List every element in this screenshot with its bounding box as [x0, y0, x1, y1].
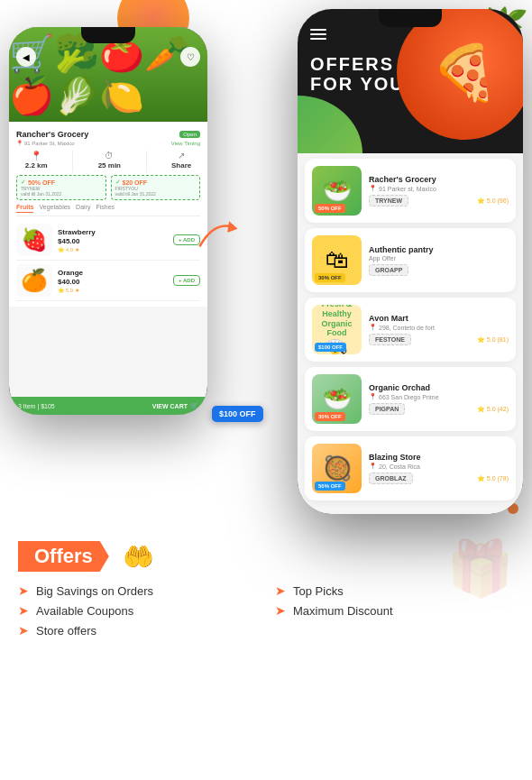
feature-label-big-savings: Big Savings on Orders [36, 584, 153, 598]
feature-store-offers: ➤ Store offers [18, 623, 257, 638]
coupon-2-validity: valid till Jan 31,2022 [115, 191, 197, 197]
product-name-strawberry: Strawberry [58, 228, 168, 236]
offer-badge-rachers: 50% OFF [315, 204, 345, 213]
phone-notch-right [379, 9, 442, 27]
location-icon: 📍 [16, 140, 23, 146]
store-status-badge: Open [179, 131, 200, 138]
offer-store-blazing: Blazing Store [369, 453, 509, 462]
product-emoji-strawberry: 🍓 [16, 224, 52, 256]
distance-icon: 📍 [31, 151, 41, 161]
coupon-1-pct: 50% OFF [28, 179, 55, 186]
view-cart-label: VIEW CART [152, 403, 188, 409]
offer-info-organic: Organic Orchad 📍 663 San Diego Prime PIG… [369, 383, 509, 415]
offer-address-organic: 📍 663 San Diego Prime [369, 393, 509, 400]
offer-address-blazing: 📍 20, Costa Rica [369, 463, 509, 470]
offer-store-rachers: Racher's Grocery [369, 175, 509, 184]
share-item[interactable]: ↗ Share [171, 151, 191, 172]
offer-card-rachers[interactable]: 🥗 50% OFF Racher's Grocery 📍 91 Parker s… [305, 159, 516, 223]
offer-badge-blazing: 50% OFF [315, 482, 345, 491]
product-name-orange: Orange [58, 269, 168, 277]
feature-big-savings: ➤ Big Savings on Orders [18, 583, 257, 598]
cart-info: 3 Item | $105 [18, 403, 55, 409]
coupon-1[interactable]: ✓ 50% OFF TRYNEW valid till Jan 31,2022 [16, 175, 106, 200]
left-phone: 🛒🥦🍅🥕🍎🥬🍋 ◀ ♡ Rancher's Grocery Open 📍 91 … [9, 27, 207, 415]
cart-items: 3 Item | $105 [18, 403, 55, 409]
arrow-icon-store-offers: ➤ [18, 623, 29, 638]
left-phone-content: Rancher's Grocery Open 📍 91 Parker St, M… [9, 122, 207, 307]
offer-store-pantry: Authentic pantry [369, 245, 509, 254]
feature-label-store-offers: Store offers [36, 624, 96, 638]
promo-code-blazing[interactable]: GROBLAZ [369, 473, 413, 484]
view-cart-button[interactable]: VIEW CART 🛒 [152, 402, 198, 409]
feature-available-coupons: ➤ Available Coupons [18, 603, 257, 618]
offer-promo-row-blazing: GROBLAZ ⭐ 5.0 (78) [369, 473, 509, 484]
arrow-icon-max-discount: ➤ [275, 603, 286, 618]
promo-code-pantry[interactable]: GROAPP [369, 264, 408, 276]
product-info-orange: Orange $40.00 ⭐ 5.0 ★ [58, 269, 168, 293]
store-name-row: Rancher's Grocery Open [16, 130, 200, 139]
offer-rating-rachers: ⭐ 5.0 (96) [477, 197, 509, 205]
view-timing-link[interactable]: View Timing [171, 141, 200, 146]
offer-rating-organic: ⭐ 5.0 (42) [477, 406, 509, 413]
offer-address-avon: 📍 298, Conteto de fort [369, 324, 509, 331]
coupon-2-pct: $20 OFF [123, 179, 148, 186]
feature-label-coupons: Available Coupons [36, 604, 133, 618]
time-icon: ⏱ [105, 151, 114, 161]
offer-promo-row-rachers: TRYNEW ⭐ 5.0 (96) [369, 195, 509, 206]
favorite-button[interactable]: ♡ [180, 47, 200, 67]
offer-promo-row-avon: FESTONE ⭐ 5.0 (81) [369, 334, 509, 345]
offers-label: Offers [18, 541, 109, 572]
tab-fruits[interactable]: Fruits [16, 204, 33, 213]
offer-info-rachers: Racher's Grocery 📍 91 Parker st, Maxico … [369, 175, 509, 206]
product-info-strawberry: Strawberry $45.00 ⭐ 4.0 ★ [58, 228, 168, 252]
offer-card-blazing[interactable]: 🥘 50% OFF Blazing Store 📍 20, Costa Rica… [305, 436, 516, 500]
hamburger-line-2 [310, 33, 326, 35]
share-icon: ↗ [178, 151, 185, 161]
coupon-2[interactable]: ✓ $20 OFF FIRSTYOU valid till Jan 31,202… [111, 175, 201, 200]
store-address-text: 91 Parker St, Maxico [24, 141, 75, 146]
offer-card-pantry[interactable]: 🛍 30% OFF Authentic pantry App Offer GRO… [305, 228, 516, 292]
pin-icon-blazing: 📍 [369, 463, 377, 470]
back-button[interactable]: ◀ [16, 47, 36, 67]
feature-max-discount: ➤ Maximum Discount [275, 603, 514, 618]
offer-img-rachers: 🥗 50% OFF [312, 166, 362, 216]
share-label: Share [171, 161, 191, 170]
offer-card-avon[interactable]: Fresh & HealthyOrganic Food 👨‍🍳 $100 OFF… [305, 298, 516, 362]
tab-vegetables[interactable]: Vegetables [39, 204, 70, 213]
pin-icon-organic: 📍 [369, 393, 377, 400]
tab-dairy[interactable]: Dairy [76, 204, 90, 213]
promo-code-rachers[interactable]: TRYNEW [369, 195, 408, 206]
hamburger-line-1 [310, 29, 326, 31]
offer-card-organic[interactable]: 🥗 30% OFF Organic Orchad 📍 663 San Diego… [305, 367, 516, 431]
distance-value: 2.2 km [25, 161, 48, 170]
pizza-image: 🍕 [397, 9, 523, 140]
cart-bar[interactable]: 3 Item | $105 VIEW CART 🛒 [9, 397, 207, 415]
offer-rating-avon: ⭐ 5.0 (81) [477, 336, 509, 344]
offer-address-rachers: 📍 91 Parker st, Maxico [369, 185, 509, 192]
offer-promo-row-organic: PIGPAN ⭐ 5.0 (42) [369, 403, 509, 415]
hamburger-menu-icon[interactable] [310, 29, 326, 40]
add-orange-button[interactable]: + ADD [173, 275, 200, 286]
product-item-strawberry: 🍓 Strawberry $45.00 ⭐ 4.0 ★ + ADD [16, 220, 200, 261]
product-rating-orange: ⭐ 5.0 ★ [58, 287, 168, 293]
cart-icon: 🛒 [190, 402, 198, 409]
tab-fishes[interactable]: Fishes [96, 204, 115, 213]
promo-code-organic[interactable]: PIGPAN [369, 403, 405, 415]
offer-badge-pantry: 30% OFF [315, 273, 345, 282]
offer-info-blazing: Blazing Store 📍 20, Costa Rica GROBLAZ ⭐… [369, 453, 509, 484]
right-phone-hero: OFFERS FOR YOU 🍕 [298, 9, 523, 153]
time-value: 25 min [98, 161, 121, 170]
time-item: ⏱ 25 min [98, 151, 121, 172]
feature-label-top-picks: Top Picks [293, 584, 344, 598]
avon-label: Fresh & HealthyOrganic Food [312, 305, 362, 338]
offer-img-pantry: 🛍 30% OFF [312, 235, 362, 285]
hero-line1: OFFERS [310, 54, 405, 74]
product-price-orange: $40.00 [58, 278, 168, 286]
gift-decoration: 🎁 [446, 537, 514, 601]
promo-code-avon[interactable]: FESTONE [369, 334, 411, 345]
offer-info-avon: Avon Mart 📍 298, Conteto de fort FESTONE… [369, 314, 509, 345]
pin-icon-rachers: 📍 [369, 185, 377, 192]
meta-divider-1 [72, 151, 73, 172]
product-rating-strawberry: ⭐ 4.0 ★ [58, 246, 168, 252]
store-meta-row: 📍 2.2 km ⏱ 25 min ↗ Share [16, 151, 200, 172]
